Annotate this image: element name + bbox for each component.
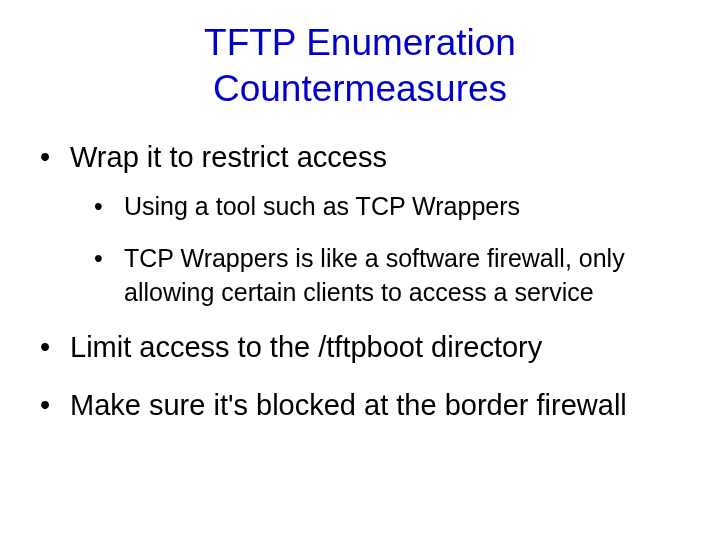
bullet-2-text: Limit access to the /tftpboot directory [70, 331, 542, 363]
title-line-1: TFTP Enumeration [204, 22, 516, 63]
bullet-1-sub-1: Using a tool such as TCP Wrappers [70, 190, 690, 224]
bullet-1-sub-2-text: TCP Wrappers is like a software firewall… [124, 244, 625, 306]
bullet-3: Make sure it's blocked at the border fir… [30, 387, 690, 425]
title-line-2: Countermeasures [213, 68, 507, 109]
bullet-list: Wrap it to restrict access Using a tool … [30, 139, 690, 425]
bullet-1-sublist: Using a tool such as TCP Wrappers TCP Wr… [70, 190, 690, 309]
bullet-1: Wrap it to restrict access Using a tool … [30, 139, 690, 310]
bullet-1-text: Wrap it to restrict access [70, 141, 387, 173]
bullet-1-sub-1-text: Using a tool such as TCP Wrappers [124, 192, 520, 220]
slide: TFTP Enumeration Countermeasures Wrap it… [0, 0, 720, 540]
slide-title: TFTP Enumeration Countermeasures [30, 20, 690, 113]
bullet-1-sub-2: TCP Wrappers is like a software firewall… [70, 242, 690, 310]
bullet-3-text: Make sure it's blocked at the border fir… [70, 389, 627, 421]
bullet-2: Limit access to the /tftpboot directory [30, 329, 690, 367]
